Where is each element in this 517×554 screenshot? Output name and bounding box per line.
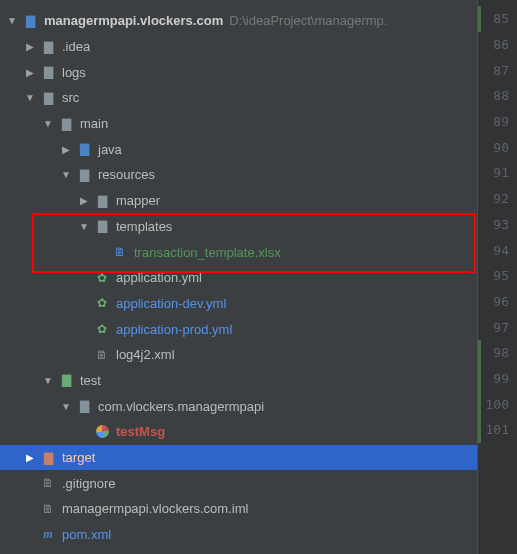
gutter-line[interactable]: 92: [478, 186, 517, 212]
tree-row-transaction-template[interactable]: 🗎 transaction_template.xlsx: [0, 239, 477, 265]
tree-row-resources[interactable]: ▼ ▇ resources: [0, 162, 477, 188]
gutter-line[interactable]: 91: [478, 160, 517, 186]
gutter-line[interactable]: 97: [478, 314, 517, 340]
folder-icon: ▇: [40, 90, 56, 106]
chevron-right-icon[interactable]: ▶: [24, 41, 36, 52]
folder-icon: ▇: [94, 193, 110, 209]
tree-row-pom[interactable]: m pom.xml: [0, 522, 477, 548]
gutter-line[interactable]: 90: [478, 134, 517, 160]
chevron-right-icon[interactable]: ▶: [24, 67, 36, 78]
tree-row-log4j2[interactable]: 🗎 log4j2.xml: [0, 342, 477, 368]
tree-row-test-package[interactable]: ▼ ▇ com.vlockers.managermpapi: [0, 393, 477, 419]
project-tree[interactable]: ▼ ▇ managermpapi.vlockers.com D:\ideaPro…: [0, 0, 477, 554]
tree-row-gitignore[interactable]: 🗎 .gitignore: [0, 470, 477, 496]
chevron-right-icon[interactable]: ▶: [24, 452, 36, 463]
tree-row-application-dev[interactable]: ✿ application-dev.yml: [0, 291, 477, 317]
tree-row-iml[interactable]: 🗎 managermpapi.vlockers.com.iml: [0, 496, 477, 522]
project-path: D:\ideaProject\managermp.: [229, 13, 387, 28]
excluded-folder-icon: ▇: [40, 450, 56, 466]
chevron-down-icon[interactable]: ▼: [78, 221, 90, 232]
tree-row-test[interactable]: ▼ ▇ test: [0, 368, 477, 394]
chevron-down-icon[interactable]: ▼: [60, 401, 72, 412]
spring-config-icon: ✿: [94, 295, 110, 311]
tree-row-application-yml[interactable]: ✿ application.yml: [0, 265, 477, 291]
folder-icon: ▇: [40, 64, 56, 80]
tree-row-templates[interactable]: ▼ ▇ templates: [0, 214, 477, 240]
spring-config-icon: ✿: [94, 321, 110, 337]
tree-row-application-prod[interactable]: ✿ application-prod.yml: [0, 316, 477, 342]
tree-row-src[interactable]: ▼ ▇ src: [0, 85, 477, 111]
gutter-line[interactable]: 94: [478, 237, 517, 263]
chevron-down-icon[interactable]: ▼: [42, 375, 54, 386]
gutter-line[interactable]: 87: [478, 57, 517, 83]
gutter-line[interactable]: 98: [478, 340, 517, 366]
gutter-line[interactable]: 101: [478, 417, 517, 443]
resources-folder-icon: ▇: [76, 167, 92, 183]
maven-icon: m: [40, 527, 56, 543]
chevron-right-icon[interactable]: ▶: [78, 195, 90, 206]
tree-row-testmsg[interactable]: testMsg: [0, 419, 477, 445]
project-name: managermpapi.vlockers.com: [44, 13, 223, 28]
folder-icon: ▇: [22, 13, 38, 29]
xml-file-icon: 🗎: [94, 347, 110, 363]
module-file-icon: 🗎: [40, 501, 56, 517]
spring-config-icon: ✿: [94, 270, 110, 286]
gutter-line[interactable]: 100: [478, 391, 517, 417]
gutter-line[interactable]: 93: [478, 212, 517, 238]
gutter-line[interactable]: 96: [478, 289, 517, 315]
tree-row-java[interactable]: ▶ ▇ java: [0, 136, 477, 162]
tree-row-logs[interactable]: ▶ ▇ logs: [0, 59, 477, 85]
source-folder-icon: ▇: [76, 141, 92, 157]
folder-icon: ▇: [94, 218, 110, 234]
file-icon: 🗎: [40, 475, 56, 491]
gutter-line[interactable]: 86: [478, 32, 517, 58]
chevron-down-icon[interactable]: ▼: [60, 169, 72, 180]
gutter-line[interactable]: 85: [478, 6, 517, 32]
tree-row-target[interactable]: ▶ ▇ target: [0, 445, 477, 471]
tree-row-main[interactable]: ▼ ▇ main: [0, 111, 477, 137]
tree-row-project-root[interactable]: ▼ ▇ managermpapi.vlockers.com D:\ideaPro…: [0, 8, 477, 34]
xlsx-file-icon: 🗎: [112, 244, 128, 260]
chevron-right-icon[interactable]: ▶: [60, 144, 72, 155]
folder-icon: ▇: [40, 39, 56, 55]
chevron-down-icon[interactable]: ▼: [24, 92, 36, 103]
gutter-line[interactable]: 95: [478, 263, 517, 289]
gutter-line[interactable]: 88: [478, 83, 517, 109]
tree-row-idea[interactable]: ▶ ▇ .idea: [0, 34, 477, 60]
gutter-line[interactable]: 99: [478, 366, 517, 392]
test-folder-icon: ▇: [58, 372, 74, 388]
package-icon: ▇: [76, 398, 92, 414]
tree-row-mapper[interactable]: ▶ ▇ mapper: [0, 188, 477, 214]
chevron-down-icon[interactable]: ▼: [6, 15, 18, 26]
chevron-down-icon[interactable]: ▼: [42, 118, 54, 129]
gutter-line[interactable]: 89: [478, 109, 517, 135]
test-run-icon: [94, 424, 110, 440]
editor-gutter: 85 86 87 88 89 90 91 92 93 94 95 96 97 9…: [477, 0, 517, 554]
folder-icon: ▇: [58, 116, 74, 132]
